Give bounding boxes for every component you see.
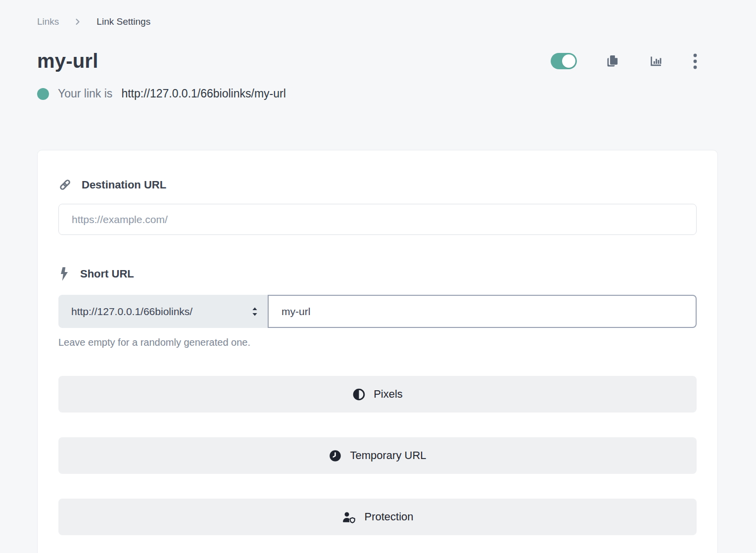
page-title: my-url [37, 50, 98, 72]
short-url-input-group: http://127.0.0.1/66biolinks/ [58, 295, 697, 328]
header-row: my-url [37, 50, 718, 72]
kebab-menu-icon [692, 53, 699, 70]
copy-icon [606, 54, 620, 68]
short-url-domain-option: http://127.0.0.1/66biolinks/ [71, 306, 192, 318]
copy-link-button[interactable] [606, 54, 620, 68]
breadcrumb: Links Link Settings [37, 16, 718, 27]
bolt-icon [58, 267, 70, 281]
breadcrumb-links[interactable]: Links [37, 16, 59, 27]
status-prefix: Your link is [58, 87, 112, 100]
statistics-button[interactable] [649, 54, 663, 68]
link-enabled-toggle[interactable] [551, 53, 577, 69]
sort-arrows-icon [250, 306, 259, 317]
short-url-label: Short URL [80, 268, 134, 280]
clock-icon [329, 449, 342, 462]
destination-url-label-row: Destination URL [58, 178, 697, 191]
link-settings-card: Destination URL Short URL http://127.0.0… [37, 150, 718, 553]
link-settings-page: Links Link Settings my-url [0, 0, 756, 553]
header-controls [551, 53, 699, 70]
destination-url-label: Destination URL [82, 179, 166, 191]
pixels-button[interactable]: Pixels [58, 376, 697, 413]
short-url-helper-text: Leave empty for a randomly generated one… [58, 337, 697, 348]
status-url: http://127.0.0.1/66biolinks/my-url [121, 87, 285, 100]
temporary-url-button-label: Temporary URL [350, 449, 426, 462]
destination-url-input[interactable] [58, 204, 697, 235]
status-dot-icon [37, 88, 49, 100]
link-icon [58, 178, 72, 191]
breadcrumb-current: Link Settings [96, 16, 150, 27]
more-options-button[interactable] [692, 53, 699, 70]
statistics-icon [649, 54, 663, 68]
toggle-knob [562, 54, 575, 68]
pixels-button-label: Pixels [374, 388, 403, 401]
contrast-icon [352, 388, 366, 401]
protection-button-label: Protection [364, 510, 413, 523]
temporary-url-button[interactable]: Temporary URL [58, 437, 697, 474]
short-url-label-row: Short URL [58, 267, 697, 281]
short-url-domain-select[interactable]: http://127.0.0.1/66biolinks/ [58, 295, 268, 328]
link-status-row: Your link is http://127.0.0.1/66biolinks… [37, 87, 718, 100]
protection-button[interactable]: Protection [58, 499, 697, 535]
user-shield-icon [341, 510, 356, 524]
short-url-input[interactable] [268, 295, 697, 328]
chevron-right-icon [74, 18, 82, 26]
